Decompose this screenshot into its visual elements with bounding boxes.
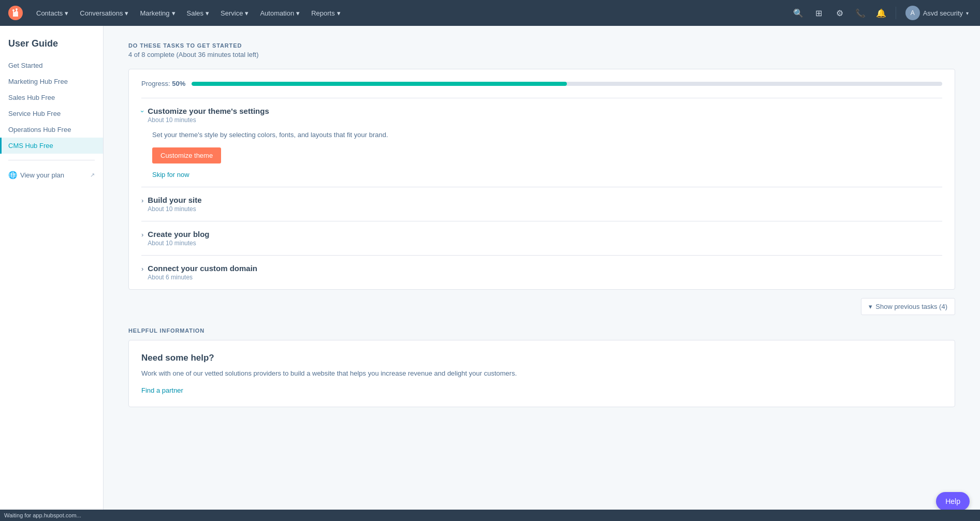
topnav: Contacts ▾ Conversations ▾ Marketing ▾ S… xyxy=(0,0,980,26)
progress-label: Progress: 50% xyxy=(141,80,185,87)
page-section-subtitle: 4 of 8 complete (About 36 minutes total … xyxy=(128,51,955,58)
globe-icon: 🌐 xyxy=(8,171,17,179)
task-2-title: Build your site xyxy=(148,196,201,204)
task-1-info: Customize your theme's settings About 10… xyxy=(148,107,269,124)
progress-percent: 50% xyxy=(172,80,185,87)
task-2-info: Build your site About 10 minutes xyxy=(148,196,201,213)
task-1-body: Set your theme's style by selecting colo… xyxy=(141,124,942,178)
topnav-reports[interactable]: Reports ▾ xyxy=(306,0,346,26)
task-1-time: About 10 minutes xyxy=(148,116,269,124)
task-3-header[interactable]: › Create your blog About 10 minutes xyxy=(141,230,942,247)
task-2-header[interactable]: › Build your site About 10 minutes xyxy=(141,196,942,213)
task-1-description: Set your theme's style by selecting colo… xyxy=(152,130,942,140)
sidebar-get-started-label: Get Started xyxy=(8,62,42,69)
task-3-chevron-icon: › xyxy=(141,231,143,239)
sales-caret-icon: ▾ xyxy=(206,9,209,17)
task-4-header[interactable]: › Connect your custom domain About 6 min… xyxy=(141,264,942,281)
show-previous-tasks-button[interactable]: ▾ Show previous tasks (4) xyxy=(861,298,955,315)
task-3-title: Create your blog xyxy=(148,230,209,239)
task-4-chevron-icon: › xyxy=(141,265,143,273)
task-create-blog: › Create your blog About 10 minutes xyxy=(141,221,942,255)
sidebar-marketing-label: Marketing Hub Free xyxy=(8,78,68,85)
skip-for-now-link[interactable]: Skip for now xyxy=(152,171,942,178)
sidebar-cms-label: CMS Hub Free xyxy=(8,142,53,150)
task-3-time: About 10 minutes xyxy=(148,240,209,247)
sidebar-item-get-started[interactable]: Get Started xyxy=(0,57,103,73)
service-caret-icon: ▾ xyxy=(245,9,248,17)
show-prev-label: Show previous tasks (4) xyxy=(875,303,947,310)
external-link-icon: ↗ xyxy=(90,172,95,178)
helpful-card-title: Need some help? xyxy=(141,353,942,363)
layout: User Guide Get Started Marketing Hub Fre… xyxy=(0,26,980,521)
hubspot-logo[interactable] xyxy=(8,6,23,20)
user-menu[interactable]: A Asvd security ▾ xyxy=(902,6,972,20)
task-3-info: Create your blog About 10 minutes xyxy=(148,230,209,247)
task-build-site: › Build your site About 10 minutes xyxy=(141,187,942,221)
sidebar-item-marketing-hub[interactable]: Marketing Hub Free xyxy=(0,73,103,90)
topnav-items: Contacts ▾ Conversations ▾ Marketing ▾ S… xyxy=(31,0,790,26)
topnav-contacts[interactable]: Contacts ▾ xyxy=(31,0,74,26)
progress-row: Progress: 50% xyxy=(141,80,942,87)
sidebar-sales-label: Sales Hub Free xyxy=(8,94,55,101)
sidebar-service-label: Service Hub Free xyxy=(8,110,61,117)
task-2-time: About 10 minutes xyxy=(148,205,201,213)
automation-caret-icon: ▾ xyxy=(296,9,300,17)
username-label: Asvd security xyxy=(923,9,963,17)
progress-bar-fill xyxy=(192,82,567,86)
sidebar-operations-label: Operations Hub Free xyxy=(8,126,71,133)
task-4-time: About 6 minutes xyxy=(148,274,257,281)
sidebar-item-service-hub[interactable]: Service Hub Free xyxy=(0,106,103,122)
topnav-right: 🔍 ⊞ ⚙ 📞 🔔 A Asvd security ▾ xyxy=(790,5,972,21)
apps-button[interactable]: ⊞ xyxy=(811,5,827,21)
notifications-button[interactable]: 🔔 xyxy=(873,5,889,21)
helpful-card: Need some help? Work with one of our vet… xyxy=(128,340,955,408)
helpful-card-description: Work with one of our vetted solutions pr… xyxy=(141,368,942,379)
sidebar-item-operations-hub[interactable]: Operations Hub Free xyxy=(0,122,103,138)
sidebar-view-plan[interactable]: 🌐 View your plan ↗ xyxy=(0,167,103,183)
sidebar-divider xyxy=(8,160,95,160)
sidebar-item-sales-hub[interactable]: Sales Hub Free xyxy=(0,90,103,106)
topnav-conversations[interactable]: Conversations ▾ xyxy=(75,0,134,26)
contacts-caret-icon: ▾ xyxy=(65,9,68,17)
settings-button[interactable]: ⚙ xyxy=(831,5,848,21)
search-button[interactable]: 🔍 xyxy=(790,5,807,21)
task-2-chevron-icon: › xyxy=(141,197,143,204)
help-fab-button[interactable]: Help xyxy=(936,492,970,511)
show-previous-row: ▾ Show previous tasks (4) xyxy=(128,290,955,319)
chevron-down-icon: ▾ xyxy=(869,303,872,310)
task-1-chevron-icon: › xyxy=(139,110,147,112)
user-caret-icon: ▾ xyxy=(966,10,969,16)
topnav-sales[interactable]: Sales ▾ xyxy=(182,0,215,26)
sidebar-title: User Guide xyxy=(0,38,103,57)
helpful-section-title: HELPFUL INFORMATION xyxy=(128,328,955,334)
reports-caret-icon: ▾ xyxy=(337,9,341,17)
avatar: A xyxy=(905,6,920,20)
customize-theme-button[interactable]: Customize theme xyxy=(152,147,221,163)
statusbar-text: Waiting for app.hubspot.com... xyxy=(4,512,81,518)
task-1-title: Customize your theme's settings xyxy=(148,107,269,115)
page-section-title: DO THESE TASKS TO GET STARTED xyxy=(128,42,955,49)
statusbar: Waiting for app.hubspot.com... xyxy=(0,510,980,521)
task-customize-theme: › Customize your theme's settings About … xyxy=(141,98,942,187)
find-partner-link[interactable]: Find a partner xyxy=(141,386,183,394)
progress-card: Progress: 50% › Customize your theme's s… xyxy=(128,69,955,290)
task-custom-domain: › Connect your custom domain About 6 min… xyxy=(141,255,942,289)
phone-button[interactable]: 📞 xyxy=(852,5,869,21)
helpful-information-section: HELPFUL INFORMATION Need some help? Work… xyxy=(128,328,955,408)
main-content: DO THESE TASKS TO GET STARTED 4 of 8 com… xyxy=(104,26,980,521)
sidebar-item-cms-hub[interactable]: CMS Hub Free xyxy=(0,138,103,154)
task-1-header[interactable]: › Customize your theme's settings About … xyxy=(141,107,942,124)
topnav-marketing[interactable]: Marketing ▾ xyxy=(135,0,180,26)
progress-bar-background xyxy=(192,82,942,86)
task-4-title: Connect your custom domain xyxy=(148,264,257,273)
topnav-service[interactable]: Service ▾ xyxy=(215,0,254,26)
sidebar: User Guide Get Started Marketing Hub Fre… xyxy=(0,26,104,521)
marketing-caret-icon: ▾ xyxy=(172,9,175,17)
view-plan-label: View your plan xyxy=(20,171,64,179)
task-4-info: Connect your custom domain About 6 minut… xyxy=(148,264,257,281)
topnav-automation[interactable]: Automation ▾ xyxy=(255,0,305,26)
conversations-caret-icon: ▾ xyxy=(125,9,128,17)
topnav-divider xyxy=(896,7,896,19)
